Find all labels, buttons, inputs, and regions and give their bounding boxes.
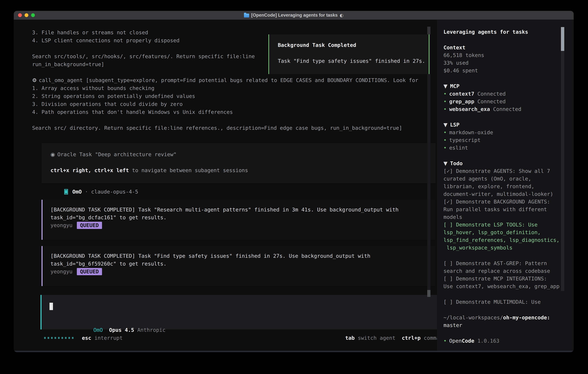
lsp-item: •eslint [443, 144, 565, 152]
todo-item-line: [ ] Demonstrate MULTIMODAL: Use [443, 298, 565, 306]
chat-area: 3. File handles or streams not closed 4.… [14, 20, 437, 352]
prompt-input[interactable]: OmO Opus 4.5 Anthropic [41, 295, 437, 330]
todo-item-line: [ ] Demonstrate MCP INTEGRATIONS: [443, 275, 565, 282]
todo-item-line: [✓] Demonstrate BACKGROUND AGENTS: [443, 198, 565, 206]
tool-call-tail: Search src/ directory. Return specific f… [32, 124, 437, 132]
todo-item-line: search and replace across codebase [443, 267, 565, 275]
window-title-group: [OpenCode] Leveraging agents for tasks ◐ [244, 13, 344, 18]
todo-item-line: [✓] Demonstrate AGENTS: Show all 7 [443, 167, 565, 175]
message-author: yeongyu [51, 268, 73, 276]
todo-item-line: curated agents (OmO, oracle, [443, 175, 565, 183]
message-line: task_id="bg_dcfac161" to get results. [51, 214, 435, 221]
todo-section: ▼Todo [✓] Demonstrate AGENTS: Show all 7… [443, 159, 565, 251]
shortcut-hint: ctrl+x right, ctrl+x left to navigate be… [51, 166, 435, 174]
todo-item-line: lsp_hover, lsp_goto_definition, [443, 229, 565, 236]
context-tokens: 66,518 tokens [443, 51, 565, 59]
lsp-item: •typescript [443, 136, 565, 144]
todo-item-line: models [443, 213, 565, 221]
separator-dot [82, 189, 85, 195]
context-spent: $0.46 spent [443, 67, 565, 74]
todo-item-line: Run parallel tasks with different [443, 206, 565, 213]
zoom-window-button[interactable] [31, 13, 35, 17]
fisheye-icon: ◉ [51, 151, 55, 157]
lsp-section: ▼LSP •markdown-oxide •typescript •eslint [443, 121, 565, 152]
input-model-line: OmO Opus 4.5 Anthropic [50, 318, 166, 326]
shortcut-keys: ctrl+x right, ctrl+x left [51, 167, 129, 173]
message-line: task_id="bg_6f59260c" to get results. [51, 260, 435, 268]
half-moon-icon: ◐ [340, 13, 344, 18]
input-model: Opus 4.5 [109, 327, 134, 333]
workspace-path: ~/local-workspaces/oh-my-opencode: maste… [443, 314, 565, 329]
text-cursor [50, 303, 53, 310]
todo-item-line: [ ] Demonstrate LSP TOOLS: Use [443, 221, 565, 229]
commands-label: commands [424, 335, 437, 341]
todo-item-line: [ ] Demonstrate AST-GREP: Pattern [443, 260, 565, 267]
oracle-task-card: ◉Oracle Task "Deep architecture review" … [42, 143, 435, 183]
todo-item-line: Use context7, websearch_exa, grep_app [443, 282, 565, 290]
todo-header[interactable]: ▼Todo [443, 159, 565, 167]
lsp-item: •markdown-oxide [443, 129, 565, 136]
green-dot-icon: • [443, 91, 447, 97]
repo-name: oh-my-opencode: [503, 315, 550, 321]
context-used: 33% used [443, 59, 565, 67]
tool-call-list-item: 1. Array access without bounds checking [32, 84, 437, 92]
message-line: [BACKGROUND TASK COMPLETED] Task "Find t… [51, 252, 435, 260]
background-task-message: [BACKGROUND TASK COMPLETED] Task "Find t… [42, 246, 435, 286]
sidebar: Leveraging agents for tasks Context 66,5… [437, 20, 574, 352]
sidebar-scrollbar[interactable] [561, 51, 564, 291]
shortcut-description: to navigate between subagent sessions [129, 167, 248, 173]
input-provider: Anthropic [137, 327, 166, 333]
main-scrollbar-top-segment [427, 27, 430, 34]
message-meta: yeongyu QUEUED [51, 221, 435, 229]
sidebar-scrollbar-thumb[interactable] [561, 27, 564, 51]
todo-item-line: lsp_find_references, lsp_diagnostics, [443, 236, 565, 244]
opencode-version: •OpenCode 1.0.163 [443, 337, 565, 345]
interrupt-label: interrupt [94, 335, 123, 341]
notification-toast: Background Task Completed Task "Find typ… [268, 34, 430, 74]
notification-title: Background Task Completed [278, 41, 429, 49]
input-agent-name: OmO [93, 327, 103, 333]
main-scrollbar-thumb[interactable] [427, 290, 430, 297]
window-title: [OpenCode] Leveraging agents for tasks [251, 13, 338, 18]
sidebar-title: Leveraging agents for tasks [443, 28, 565, 36]
close-window-button[interactable] [18, 13, 22, 17]
mcp-item: •context7 Connected [443, 90, 565, 98]
mcp-item: •websearch_exa Connected [443, 105, 565, 113]
green-dot-icon: • [443, 338, 447, 344]
terminal-window: [OpenCode] Leveraging agents for tasks ◐… [14, 11, 574, 352]
minimize-window-button[interactable] [25, 13, 28, 17]
todo-item-line: document-writer, multimodal-looker) [443, 190, 565, 198]
green-dot-icon: • [443, 98, 447, 104]
agent-session-header[interactable]: OmO · claude-opus-4-5 [64, 188, 437, 196]
tool-call-list-item: 4. Path operations that don't handle Win… [32, 108, 437, 116]
lsp-header[interactable]: ▼LSP [443, 121, 565, 129]
traffic-lights [18, 11, 35, 20]
message-meta: yeongyu QUEUED [51, 268, 435, 276]
mcp-header[interactable]: ▼MCP [443, 82, 565, 90]
oracle-task-title: Oracle Task "Deep architecture review" [57, 151, 177, 157]
gear-icon: ⚙ [32, 77, 37, 83]
context-header: Context [443, 44, 565, 51]
green-dot-icon: • [443, 106, 447, 112]
tab-key-hint[interactable]: tab [345, 335, 355, 341]
collapse-triangle-icon: ▼ [443, 160, 448, 166]
context-section: Context 66,518 tokens 33% used $0.46 spe… [443, 44, 565, 74]
ctrlp-key-hint[interactable]: ctrl+p [402, 335, 420, 341]
message-author: yeongyu [51, 221, 73, 229]
tool-call-text: call_omo_agent [subagent_type=explore, p… [39, 77, 418, 83]
notification-body: Task "Find type safety issues" finished … [278, 57, 429, 65]
folder-icon [244, 14, 249, 18]
mcp-section: ▼MCP •context7 Connected •grep_app Conne… [443, 82, 565, 113]
agent-name: OmO [72, 189, 82, 195]
todo-item-line: lsp_workspace_symbols [443, 244, 565, 251]
tool-call-line: ⚙call_omo_agent [subagent_type=explore, … [32, 76, 437, 84]
switch-agent-label: switch agent [358, 335, 395, 341]
todo-item-line: librarian, explore, frontend, [443, 183, 565, 190]
todo-pending-group: [ ] Demonstrate AST-GREP: Pattern search… [443, 260, 565, 290]
green-dot-icon: • [443, 129, 447, 135]
message-line: [BACKGROUND TASK COMPLETED] Task "Resear… [51, 206, 435, 214]
green-dot-icon: • [443, 145, 447, 151]
mcp-item: •grep_app Connected [443, 98, 565, 105]
omo-agent-icon [64, 189, 68, 195]
titlebar: [OpenCode] Leveraging agents for tasks ◐ [14, 11, 574, 20]
